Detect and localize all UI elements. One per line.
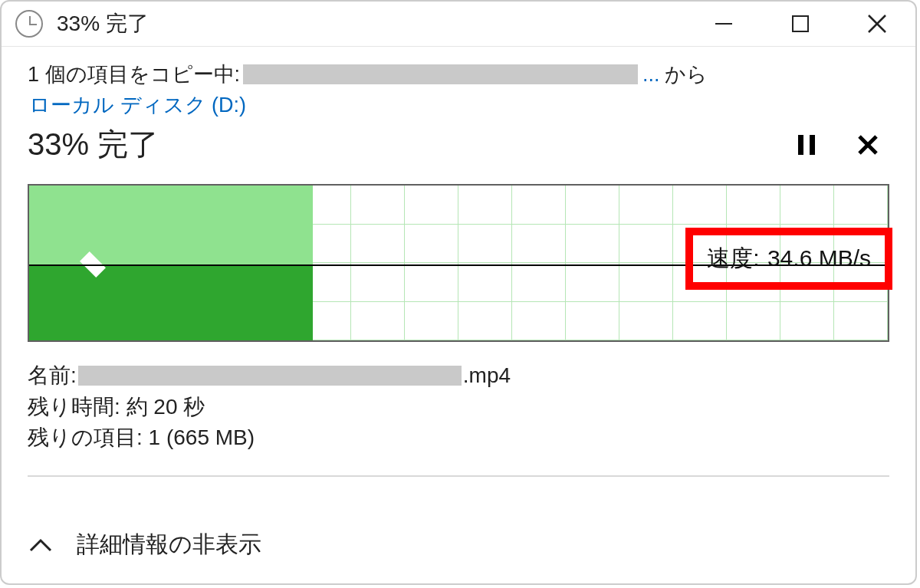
detail-time-label: 残り時間:	[28, 392, 120, 423]
minimize-button[interactable]	[685, 2, 762, 46]
details-toggle[interactable]: 詳細情報の非表示	[2, 514, 915, 583]
window-controls	[685, 2, 915, 46]
source-path-ellipsis[interactable]: ...	[642, 63, 660, 87]
detail-name-label: 名前:	[28, 360, 77, 392]
dialog-body: 1 個の項目をコピー中: ... から ローカル ディスク (D:) 33% 完…	[2, 47, 915, 514]
close-button[interactable]	[839, 2, 915, 46]
cancel-button[interactable]	[846, 126, 889, 163]
details-toggle-label: 詳細情報の非表示	[77, 529, 261, 560]
file-details: 名前: .mp4 残り時間: 約 20 秒 残りの項目: 1 (665 MB)	[28, 360, 889, 454]
detail-time-row: 残り時間: 約 20 秒	[28, 392, 889, 423]
detail-remaining-label: 残りの項目:	[28, 422, 143, 454]
pause-icon	[797, 133, 816, 156]
svg-rect-4	[798, 135, 803, 155]
source-path-redacted	[243, 64, 638, 84]
detail-remaining-value: 1 (665 MB)	[149, 422, 255, 454]
window-title: 33% 完了	[57, 9, 149, 38]
clock-icon	[15, 10, 43, 38]
copy-progress-window: 33% 完了 1 個の項目をコピー中	[0, 0, 917, 585]
maximize-button[interactable]	[762, 2, 839, 46]
close-icon	[856, 133, 879, 156]
progress-heading-row: 33% 完了	[28, 123, 889, 166]
graph-speed-area	[29, 264, 313, 340]
svg-rect-5	[810, 135, 815, 155]
pause-button[interactable]	[785, 126, 828, 163]
copy-prefix: 1 個の項目をコピー中:	[28, 61, 240, 88]
detail-name-row: 名前: .mp4	[28, 360, 889, 392]
detail-name-suffix: .mp4	[463, 360, 511, 392]
chevron-up-icon	[28, 537, 54, 554]
detail-time-value: 約 20 秒	[127, 392, 205, 423]
speed-graph: 速度: 34.6 MB/s	[28, 184, 889, 342]
separator	[28, 475, 889, 477]
detail-name-redacted	[78, 366, 462, 386]
copy-status-line: 1 個の項目をコピー中: ... から ローカル ディスク (D:)	[28, 61, 889, 119]
destination-link[interactable]: ローカル ディスク (D:)	[29, 91, 246, 119]
speed-indicator-box: 速度: 34.6 MB/s	[685, 228, 892, 290]
svg-rect-1	[793, 16, 808, 31]
progress-percent-text: 33% 完了	[28, 123, 159, 166]
speed-value: 34.6 MB/s	[767, 245, 871, 271]
titlebar: 33% 完了	[2, 2, 915, 47]
from-word: から	[665, 61, 708, 88]
detail-remaining-row: 残りの項目: 1 (665 MB)	[28, 422, 889, 454]
speed-label: 速度:	[707, 245, 759, 271]
